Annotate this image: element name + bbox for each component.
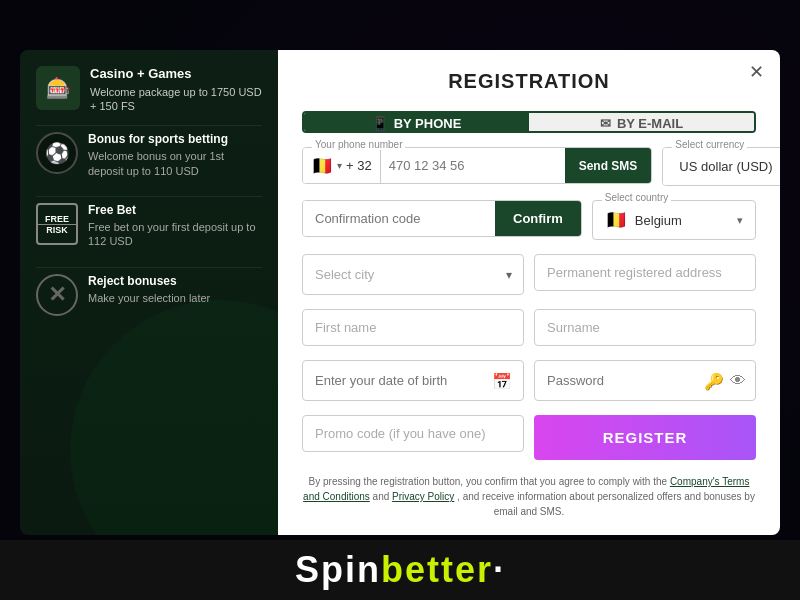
reject-title: Reject bonuses: [88, 274, 210, 288]
phone-flag-selector[interactable]: 🇧🇪 ▾ + 32: [303, 148, 381, 183]
password-wrapper: 🔑 👁: [534, 360, 756, 401]
surname-input[interactable]: [534, 309, 756, 346]
address-input[interactable]: [534, 254, 756, 291]
modal-container: 🎰 Casino + Games Welcome package up to 1…: [20, 50, 780, 535]
country-name: Belgium: [635, 213, 729, 228]
register-field: REGISTER: [534, 415, 756, 460]
terms-text1: By pressing the registration button, you…: [309, 476, 670, 487]
email-tab-icon: ✉: [600, 116, 611, 131]
terms-text2: and: [373, 491, 392, 502]
city-dropdown[interactable]: Select city: [302, 254, 524, 295]
email-tab-label: BY E-MAIL: [617, 116, 683, 131]
password-key-icon: 🔑: [704, 371, 724, 390]
risk-label: RISK: [46, 225, 68, 235]
flag-chevron-icon: ▾: [337, 160, 342, 171]
promo-reject: ✕ Reject bonuses Make your selection lat…: [36, 267, 262, 322]
freebet-desc: Free bet on your first deposit up to 112…: [88, 220, 262, 249]
currency-label: Select currency: [672, 139, 747, 150]
tab-phone[interactable]: 📱 BY PHONE: [304, 113, 529, 133]
casino-icon: 🎰: [36, 66, 80, 110]
brand-dot: ·: [493, 549, 505, 590]
promo-field: [302, 415, 524, 460]
password-toggles[interactable]: 🔑 👁: [704, 371, 746, 390]
privacy-policy-link[interactable]: Privacy Policy: [392, 491, 454, 502]
phone-group: 🇧🇪 ▾ + 32 Send SMS: [302, 147, 652, 184]
city-select-wrapper: Select city ▾: [302, 254, 524, 295]
phone-currency-row: Your phone number 🇧🇪 ▾ + 32 Send SMS Sel…: [302, 147, 756, 186]
sports-title: Bonus for sports betting: [88, 132, 262, 146]
country-label: Select country: [602, 192, 671, 203]
terms-text: By pressing the registration button, you…: [302, 474, 756, 519]
dob-input[interactable]: [302, 360, 524, 401]
promo-sports: ⚽ Bonus for sports betting Welcome bonus…: [36, 125, 262, 184]
firstname-field: [302, 309, 524, 346]
brand-better: better: [381, 549, 493, 590]
currency-select: US dollar (USD): [662, 147, 780, 186]
left-panel: 🎰 Casino + Games Welcome package up to 1…: [20, 50, 278, 535]
firstname-input[interactable]: [302, 309, 524, 346]
promo-register-row: REGISTER: [302, 415, 756, 460]
confirm-button[interactable]: Confirm: [495, 201, 581, 236]
freebet-icon: FREE RISK: [36, 203, 78, 245]
reject-icon: ✕: [36, 274, 78, 316]
currency-field: Select currency US dollar (USD): [662, 147, 780, 186]
country-selector[interactable]: 🇧🇪 Belgium ▾: [592, 200, 756, 240]
brand-spin: Spin: [295, 549, 381, 590]
country-chevron-icon: ▾: [737, 214, 743, 227]
free-label: FREE: [45, 214, 69, 224]
send-sms-button[interactable]: Send SMS: [565, 148, 652, 183]
city-field: Select city ▾: [302, 254, 524, 295]
freebet-info: Free Bet Free bet on your first deposit …: [88, 203, 262, 249]
promo-freebet: FREE RISK Free Bet Free bet on your firs…: [36, 196, 262, 255]
casino-info: Casino + Games Welcome package up to 175…: [90, 66, 262, 113]
phone-field: Your phone number 🇧🇪 ▾ + 32 Send SMS: [302, 147, 652, 186]
city-address-row: Select city ▾: [302, 254, 756, 295]
reject-info: Reject bonuses Make your selection later: [88, 274, 210, 305]
registration-tabs: 📱 BY PHONE ✉ BY E-MAIL: [302, 111, 756, 133]
casino-header: 🎰 Casino + Games Welcome package up to 1…: [36, 66, 262, 113]
phone-number-input[interactable]: [381, 148, 565, 183]
sports-icon: ⚽: [36, 132, 78, 174]
dob-wrapper: 📅: [302, 360, 524, 401]
phone-label: Your phone number: [312, 139, 405, 150]
casino-title: Casino + Games: [90, 66, 262, 83]
currency-dropdown[interactable]: US dollar (USD): [663, 148, 780, 185]
dob-field: 📅: [302, 360, 524, 401]
name-row: [302, 309, 756, 346]
password-field: 🔑 👁: [534, 360, 756, 401]
phone-code: + 32: [346, 158, 372, 173]
confirmation-field: Confirm: [302, 200, 582, 240]
password-visibility-icon[interactable]: 👁: [730, 371, 746, 390]
flag-emoji: 🇧🇪: [311, 155, 333, 177]
tab-email[interactable]: ✉ BY E-MAIL: [529, 113, 754, 133]
confirmation-input[interactable]: [303, 201, 495, 236]
confirm-group: Confirm: [302, 200, 582, 237]
country-field: Select country 🇧🇪 Belgium ▾: [592, 200, 756, 240]
brand-bar: Spinbetter·: [0, 540, 800, 600]
address-field: [534, 254, 756, 295]
registration-panel: ✕ REGISTRATION 📱 BY PHONE ✉ BY E-MAIL Yo…: [278, 50, 780, 535]
phone-tab-label: BY PHONE: [394, 116, 462, 131]
register-button[interactable]: REGISTER: [534, 415, 756, 460]
promo-code-input[interactable]: [302, 415, 524, 452]
phone-tab-icon: 📱: [372, 116, 388, 131]
country-flag: 🇧🇪: [605, 209, 627, 231]
freebet-title: Free Bet: [88, 203, 262, 217]
modal-title: REGISTRATION: [302, 70, 756, 93]
terms-text3: , and receive information about personal…: [457, 491, 755, 517]
surname-field: [534, 309, 756, 346]
close-button[interactable]: ✕: [744, 60, 768, 84]
dob-password-row: 📅 🔑 👁: [302, 360, 756, 401]
sports-desc: Welcome bonus on your 1st deposit up to …: [88, 149, 262, 178]
sports-info: Bonus for sports betting Welcome bonus o…: [88, 132, 262, 178]
reject-desc: Make your selection later: [88, 291, 210, 305]
confirm-country-row: Confirm Select country 🇧🇪 Belgium ▾: [302, 200, 756, 240]
casino-subtitle: Welcome package up to 1750 USD + 150 FS: [90, 85, 262, 114]
